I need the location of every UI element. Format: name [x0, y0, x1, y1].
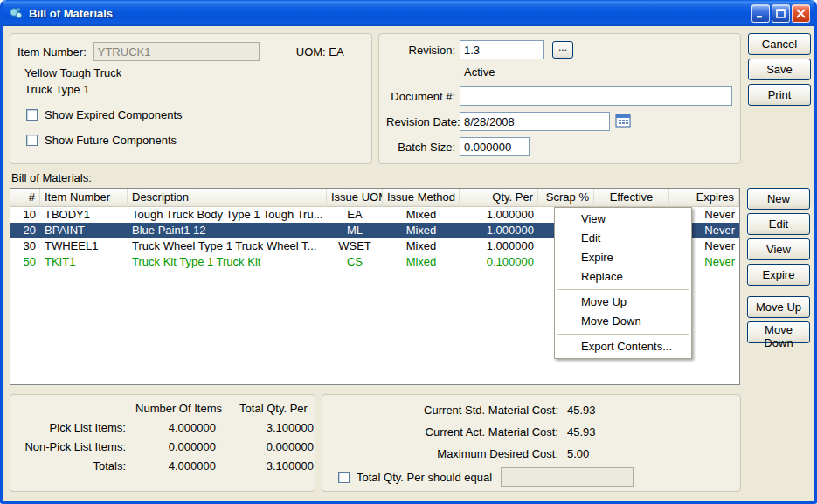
- move-down-button[interactable]: Move Down: [747, 321, 810, 343]
- cell-description: Blue Paint1 12: [128, 223, 327, 238]
- column-header-qty-per[interactable]: Qty. Per: [460, 189, 538, 207]
- cell-qty-per: 1.000000: [460, 223, 538, 238]
- show-expired-label: Show Expired Components: [45, 108, 183, 121]
- item-description-line2: Truck Type 1: [24, 83, 364, 96]
- document-number-label: Document #:: [386, 90, 460, 103]
- menu-item-replace[interactable]: Replace: [555, 267, 691, 287]
- minimize-icon: [756, 9, 765, 18]
- revision-date-label: Revision Date:: [386, 115, 460, 128]
- cell-issue-uom: EA: [327, 207, 383, 223]
- max-desired-cost-value: 5.00: [567, 445, 589, 462]
- column-header-issue-uom[interactable]: Issue UOM: [327, 189, 383, 207]
- total-qty-equal-checkbox[interactable]: [338, 472, 350, 483]
- pick-list-items-label: Pick List Items:: [10, 421, 133, 434]
- pick-list-items-count: 4.000000: [133, 421, 225, 434]
- maximize-icon: [776, 9, 786, 18]
- current-std-cost-label: Current Std. Material Cost:: [338, 402, 558, 418]
- column-header-item-number[interactable]: Item Number: [40, 189, 128, 207]
- current-act-cost-value: 45.93: [567, 424, 596, 440]
- total-qty-equal-label: Total Qty. Per should equal: [357, 471, 492, 484]
- item-description-line1: Yellow Tough Truck: [24, 66, 364, 79]
- bill-of-materials-window: Bill of Materials Item Number: UOM: EA Y…: [0, 0, 817, 504]
- cell-issue-uom: WSET: [327, 238, 383, 254]
- document-number-input[interactable]: [460, 86, 732, 106]
- new-button[interactable]: New: [747, 188, 810, 210]
- app-icon: [9, 6, 24, 21]
- current-act-cost-label: Current Act. Material Cost:: [338, 424, 558, 440]
- pick-list-items-qty: 3.100000: [225, 421, 322, 434]
- cell-qty-per: 0.100000: [460, 254, 538, 270]
- batch-size-input[interactable]: [460, 137, 530, 156]
- context-menu: View Edit Expire Replace Move Up Move Do…: [554, 207, 692, 359]
- menu-item-expire[interactable]: Expire: [555, 248, 691, 267]
- non-pick-list-items-count: 0.000000: [133, 440, 225, 453]
- column-header-seq[interactable]: #: [10, 189, 40, 207]
- column-header-description[interactable]: Description: [128, 189, 327, 207]
- revision-input[interactable]: [460, 40, 544, 59]
- cell-seq: 50: [10, 254, 40, 270]
- menu-item-view[interactable]: View: [555, 210, 691, 229]
- maximize-button[interactable]: [772, 4, 790, 23]
- menu-separator: [557, 289, 689, 290]
- view-button[interactable]: View: [747, 238, 810, 260]
- cell-seq: 20: [10, 223, 40, 238]
- cell-description: Truck Wheel Type 1 Truck Wheel T...: [128, 238, 327, 254]
- item-panel: Item Number: UOM: EA Yellow Tough Truck …: [10, 33, 372, 164]
- titlebar[interactable]: Bill of Materials: [3, 0, 814, 26]
- non-pick-list-items-label: Non-Pick List Items:: [10, 440, 133, 453]
- column-header-effective[interactable]: Effective: [594, 189, 669, 207]
- cell-item-number: TWHEEL1: [40, 238, 128, 254]
- cell-description: Tough Truck Body Type 1 Tough Tru...: [128, 207, 327, 223]
- bom-section-label: Bill of Materials:: [11, 171, 811, 184]
- show-future-row: Show Future Components: [26, 134, 364, 147]
- calendar-button[interactable]: [613, 113, 633, 130]
- uom-value: EA: [329, 45, 343, 59]
- bom-table-header: # Item Number Description Issue UOM Issu…: [10, 189, 739, 207]
- revision-label: Revision:: [386, 44, 460, 57]
- max-desired-cost-label: Maximum Desired Cost:: [338, 445, 558, 462]
- column-header-expires[interactable]: Expires: [669, 189, 739, 207]
- revision-browse-button[interactable]: ...: [552, 41, 573, 59]
- cell-seq: 10: [10, 207, 40, 223]
- edit-button[interactable]: Edit: [747, 213, 810, 235]
- non-pick-list-items-qty: 0.000000: [225, 440, 322, 453]
- column-header-scrap[interactable]: Scrap %: [538, 189, 594, 207]
- close-button[interactable]: [792, 4, 810, 23]
- cancel-button[interactable]: Cancel: [748, 33, 811, 55]
- cell-issue-method: Mixed: [383, 223, 460, 238]
- cell-issue-method: Mixed: [383, 238, 460, 254]
- client-area: Item Number: UOM: EA Yellow Tough Truck …: [3, 26, 814, 492]
- move-up-button[interactable]: Move Up: [747, 296, 810, 318]
- number-of-items-header: Number Of Items: [133, 402, 225, 415]
- revision-date-input[interactable]: [460, 112, 610, 131]
- cell-item-number: TKIT1: [40, 254, 128, 270]
- totals-qty: 3.100000: [225, 459, 322, 473]
- cell-issue-uom: ML: [327, 223, 383, 238]
- menu-item-export-contents[interactable]: Export Contents...: [555, 337, 691, 356]
- ellipsis-icon: ...: [558, 41, 567, 53]
- batch-size-label: Batch Size:: [386, 141, 460, 154]
- column-header-issue-method[interactable]: Issue Method: [383, 189, 460, 207]
- show-future-checkbox[interactable]: [26, 135, 38, 146]
- minimize-button[interactable]: [751, 4, 770, 23]
- show-expired-checkbox[interactable]: [26, 109, 38, 121]
- cell-item-number: BPAINT: [40, 223, 128, 238]
- uom-label: UOM: EA: [296, 45, 344, 59]
- print-button[interactable]: Print: [748, 84, 811, 106]
- save-button[interactable]: Save: [748, 59, 811, 80]
- window-title: Bill of Materials: [29, 7, 750, 20]
- current-std-cost-value: 45.93: [567, 402, 596, 418]
- costs-panel: Current Std. Material Cost: 45.93 Curren…: [322, 394, 741, 492]
- cell-issue-uom: CS: [327, 254, 383, 270]
- expire-button[interactable]: Expire: [747, 264, 810, 286]
- bom-table: # Item Number Description Issue UOM Issu…: [10, 188, 740, 385]
- revision-panel: Revision: ... Active Document #: Revisio…: [378, 33, 741, 164]
- totals-label: Totals:: [10, 459, 133, 473]
- cell-qty-per: 1.000000: [460, 207, 538, 223]
- revision-status: Active: [464, 66, 733, 79]
- menu-item-move-down[interactable]: Move Down: [555, 312, 691, 331]
- total-qty-per-header: Total Qty. Per: [225, 402, 322, 415]
- menu-item-move-up[interactable]: Move Up: [555, 293, 691, 312]
- show-future-label: Show Future Components: [45, 134, 177, 147]
- menu-item-edit[interactable]: Edit: [555, 229, 691, 248]
